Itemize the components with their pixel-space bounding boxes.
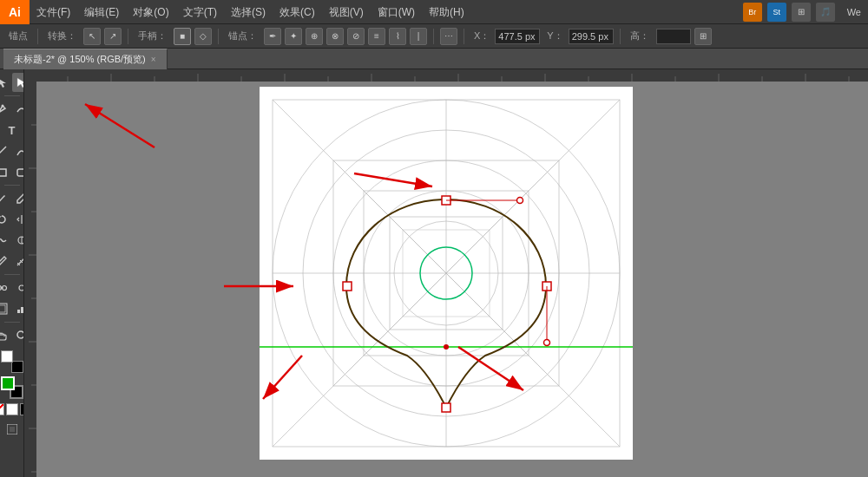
anchor2-label: 锚点： bbox=[225, 29, 260, 42]
svg-point-50 bbox=[444, 344, 449, 350]
active-color-boxes bbox=[1, 376, 23, 399]
handle-icon1[interactable]: ■ bbox=[174, 28, 191, 45]
anchor-icon2[interactable]: ✦ bbox=[285, 28, 302, 45]
anchor-icon4[interactable]: ⊗ bbox=[326, 28, 344, 45]
height-label: 高： bbox=[627, 29, 653, 42]
arc-tool[interactable] bbox=[12, 141, 24, 160]
warp-tool[interactable] bbox=[0, 231, 11, 250]
y-label: Y： bbox=[543, 29, 566, 42]
tab-bar: 未标题-2* @ 150% (RGB/预览) × bbox=[0, 49, 868, 69]
fill-color-box[interactable] bbox=[1, 350, 13, 363]
anchor-icon5[interactable]: ⊘ bbox=[347, 28, 365, 45]
curvature-tool[interactable] bbox=[12, 100, 24, 119]
zoom-tool[interactable] bbox=[12, 326, 24, 345]
canvas-area[interactable] bbox=[24, 69, 868, 477]
type-tool[interactable]: T bbox=[3, 121, 22, 140]
bridge-icon[interactable]: Br bbox=[743, 3, 762, 22]
handle-label: 手柄： bbox=[135, 29, 170, 42]
puppet-warp-tool[interactable] bbox=[12, 231, 24, 250]
fill-stroke-boxes bbox=[1, 350, 23, 373]
color-area bbox=[0, 350, 24, 442]
height-input[interactable] bbox=[656, 29, 691, 44]
change-screen-mode[interactable] bbox=[3, 420, 22, 439]
menu-text[interactable]: 文字(T) bbox=[176, 0, 224, 24]
menu-bar: Ai 文件(F) 编辑(E) 对象(O) 文字(T) 选择(S) 效果(C) 视… bbox=[0, 0, 868, 24]
direct-select-tool[interactable] bbox=[12, 73, 24, 92]
rounded-rect-tool[interactable] bbox=[12, 162, 24, 181]
sep5 bbox=[464, 29, 464, 44]
paintbrush-tool[interactable] bbox=[0, 189, 11, 208]
white-swatch[interactable] bbox=[6, 403, 18, 415]
ruler-left-svg bbox=[24, 82, 36, 477]
hand-tool[interactable] bbox=[0, 326, 11, 345]
swatch-row bbox=[0, 403, 24, 415]
menu-effect[interactable]: 效果(C) bbox=[273, 0, 322, 24]
menu-help[interactable]: 帮助(H) bbox=[422, 0, 471, 24]
document-tab[interactable]: 未标题-2* @ 150% (RGB/预览) × bbox=[3, 49, 168, 69]
pen-tool[interactable] bbox=[0, 100, 11, 119]
select-tool[interactable] bbox=[0, 73, 11, 92]
transform-icon2[interactable]: ↗ bbox=[104, 28, 122, 45]
handle-icon2[interactable]: ◇ bbox=[194, 28, 212, 45]
sep6 bbox=[620, 29, 621, 44]
paint-tools bbox=[0, 189, 24, 208]
sep3 bbox=[218, 29, 219, 44]
anchor-label: 锚点 bbox=[5, 29, 31, 42]
artboard-tool[interactable] bbox=[0, 299, 11, 318]
graph-tools bbox=[0, 299, 24, 318]
menu-window[interactable]: 窗口(W) bbox=[371, 0, 422, 24]
svg-rect-19 bbox=[17, 310, 20, 313]
main-area: T bbox=[0, 69, 868, 477]
anchor-icon1[interactable]: ✒ bbox=[264, 28, 281, 45]
anchor-icon7[interactable]: ⌇ bbox=[389, 28, 406, 45]
sep2 bbox=[4, 185, 20, 186]
svg-marker-1 bbox=[17, 78, 24, 88]
audio-icon[interactable]: 🎵 bbox=[816, 3, 835, 22]
menu-edit[interactable]: 编辑(E) bbox=[77, 0, 126, 24]
bottom-tools bbox=[3, 420, 22, 439]
toolbar: T bbox=[0, 69, 24, 477]
sep2 bbox=[128, 29, 128, 44]
anchor-icon3[interactable]: ⊕ bbox=[306, 28, 323, 45]
rotate-tool[interactable] bbox=[0, 210, 11, 229]
more-icon[interactable]: ⋯ bbox=[440, 28, 457, 45]
arrange-icon[interactable]: ⊞ bbox=[792, 3, 811, 22]
active-fill-box[interactable] bbox=[1, 376, 15, 390]
sep3 bbox=[4, 274, 20, 275]
blend-tool[interactable] bbox=[0, 278, 11, 297]
menu-object[interactable]: 对象(O) bbox=[126, 0, 175, 24]
reflect-tool[interactable] bbox=[12, 210, 24, 229]
rect-tool[interactable] bbox=[0, 162, 11, 181]
menu-right: Br St ⊞ 🎵 We bbox=[743, 3, 868, 22]
svg-rect-5 bbox=[17, 169, 24, 176]
ruler-top bbox=[24, 69, 868, 82]
more-icon2[interactable]: ⊞ bbox=[694, 28, 712, 45]
arrow-toolbar bbox=[68, 87, 172, 165]
menu-view[interactable]: 视图(V) bbox=[322, 0, 371, 24]
measure-tool[interactable] bbox=[12, 252, 24, 271]
svg-rect-18 bbox=[0, 305, 5, 312]
line-tool[interactable] bbox=[0, 141, 11, 160]
menu-file[interactable]: 文件(F) bbox=[30, 0, 77, 24]
warp-tools bbox=[0, 231, 24, 250]
symbol-sprayer-tool[interactable] bbox=[12, 278, 24, 297]
svg-marker-6 bbox=[0, 216, 2, 219]
stroke-color-box[interactable] bbox=[11, 361, 23, 373]
svg-rect-85 bbox=[24, 82, 36, 477]
graph-tool[interactable] bbox=[12, 299, 24, 318]
transform-icon1[interactable]: ↖ bbox=[83, 28, 101, 45]
anchor-icon8[interactable]: | bbox=[410, 28, 427, 45]
x-input[interactable] bbox=[495, 29, 540, 44]
none-swatch[interactable] bbox=[0, 403, 4, 415]
pencil-tool[interactable] bbox=[12, 189, 24, 208]
shape-tools bbox=[0, 162, 24, 181]
sep1 bbox=[37, 29, 38, 44]
control-bar: 锚点 转换： ↖ ↗ 手柄： ■ ◇ 锚点： ✒ ✦ ⊕ ⊗ ⊘ ≡ ⌇ | ⋯… bbox=[0, 24, 868, 49]
anchor-icon6[interactable]: ≡ bbox=[368, 28, 385, 45]
svg-line-3 bbox=[0, 147, 6, 155]
eyedropper-tool[interactable] bbox=[0, 252, 11, 271]
tab-close-btn[interactable]: × bbox=[151, 55, 156, 64]
stock-icon[interactable]: St bbox=[767, 3, 786, 22]
menu-select[interactable]: 选择(S) bbox=[224, 0, 273, 24]
y-input[interactable] bbox=[569, 29, 614, 44]
